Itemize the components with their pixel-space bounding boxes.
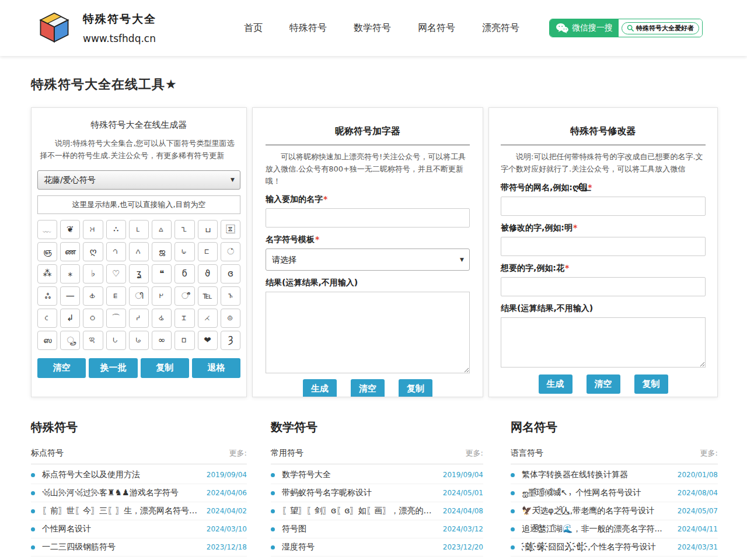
symbol-cell[interactable]: — — [60, 286, 80, 306]
symbol-cell[interactable]: ♡ — [106, 264, 126, 284]
symbol-cell[interactable]: 𑀜 — [221, 286, 240, 306]
list-item[interactable]: 带蚂蚁符号名字昵称设计 2024/05/01 — [271, 484, 483, 502]
article-link[interactable]: 一二三四级钢筋符号 — [42, 542, 201, 552]
symbol-cell[interactable]: ఇ — [83, 331, 103, 350]
generator-result-box[interactable]: 这里显示结果,也可以直接输入,目前为空 — [37, 195, 240, 214]
symbol-cell[interactable]: 𑀧 — [106, 331, 126, 350]
symbol-cell[interactable]: ஜ — [152, 242, 172, 261]
list-item[interactable]: 标点符号大全以及使用方法 2019/09/04 — [31, 466, 247, 484]
next-batch-button[interactable]: 换一批 — [89, 358, 137, 378]
generate-button[interactable]: 生成 — [539, 374, 573, 394]
list-item[interactable]: 湿度符号 2023/12/20 — [271, 538, 483, 556]
clear-button[interactable]: 清空 — [351, 379, 385, 397]
symbol-cell[interactable]: ↲ — [60, 309, 80, 328]
symbol-cell[interactable]: 𑀇 — [106, 220, 126, 239]
symbol-cell[interactable]: ❦ — [60, 220, 80, 239]
article-link[interactable]: ஐ墨᭄瑶᭄倾᭄城᭄↖，个性网名符号设计 — [522, 488, 672, 498]
char-from-input[interactable] — [501, 237, 706, 256]
symbol-cell[interactable]: 𑀅 — [83, 220, 103, 239]
article-link[interactable]: 〖前〗世〖今〗三〖〗生，漂亮网名符号设计 — [42, 506, 201, 516]
list-item[interactable]: 〖前〗世〖今〗三〖〗生，漂亮网名符号设计 2024/04/02 — [31, 502, 247, 520]
generate-button[interactable]: 生成 — [303, 379, 337, 397]
article-link[interactable]: 标点符号大全以及使用方法 — [42, 470, 201, 480]
backspace-button[interactable]: 退格 — [192, 358, 240, 378]
symbol-cell[interactable]: 𑀏 — [152, 220, 172, 239]
name-input[interactable] — [266, 208, 470, 228]
article-link[interactable]: 数学符号大全 — [282, 470, 437, 480]
article-link[interactable]: 个性网名设计 — [42, 524, 201, 534]
char-to-input[interactable] — [501, 277, 706, 296]
list-item[interactable]: 个性网名设计 2024/03/10 — [31, 520, 247, 538]
clear-button[interactable]: 清空 — [37, 358, 86, 378]
symbol-cell[interactable]: ℡ — [198, 286, 218, 306]
symbol-cell[interactable]: 𑀝 — [37, 309, 57, 328]
symbol-cell[interactable]: ❤ — [198, 331, 218, 350]
more-link[interactable]: 更多: — [466, 448, 483, 459]
nav-item-home[interactable]: 首页 — [244, 22, 263, 34]
symbol-cell[interactable]: ⁎ — [60, 264, 80, 284]
article-link[interactable]: 繁体字转换器在线转换计算器 — [522, 470, 672, 480]
symbol-cell[interactable]: 𑀩 — [174, 331, 194, 350]
source-name-input[interactable] — [501, 197, 706, 216]
symbol-cell[interactable]: 𑀨 — [129, 331, 149, 350]
list-item[interactable]: ҉随҉缘҉囧囧入҉世҉,个性名字符号设计 2024/03/31 — [511, 538, 718, 556]
symbol-cell[interactable]: ❝ — [152, 264, 172, 284]
symbol-cell[interactable]: ஃ — [37, 286, 57, 306]
list-item[interactable]: 一二三四级钢筋符号 2023/12/18 — [31, 538, 247, 556]
symbol-cell[interactable]: 𑀑 — [174, 220, 194, 239]
symbol-cell[interactable]: 𑀖 — [174, 242, 194, 261]
modifier-result-textarea[interactable] — [501, 317, 706, 368]
section-subtitle[interactable]: 语言符号 — [511, 448, 543, 459]
symbol-cell[interactable]: 𑀚 — [106, 286, 126, 306]
symbol-cell[interactable]: 𑀢 — [198, 309, 218, 328]
article-link[interactable]: 🦅天᭄选φ之᭄人ꦿ,带老鹰的名字符号设计 — [522, 506, 672, 516]
symbol-cell[interactable]: ⌒ — [106, 309, 126, 328]
nav-item-nickname-symbols[interactable]: 网名符号 — [418, 22, 455, 34]
list-item[interactable]: 繁体字转换器在线转换计算器 2020/01/08 — [511, 466, 718, 484]
symbol-cell[interactable]: ஸ — [37, 331, 57, 350]
copy-button[interactable]: 复制 — [634, 374, 668, 394]
copy-button[interactable]: 复制 — [399, 379, 432, 397]
more-link[interactable]: 更多: — [700, 448, 718, 459]
symbol-cell[interactable]: 𑀕 — [129, 242, 149, 261]
more-link[interactable]: 更多: — [229, 448, 247, 459]
clear-button[interactable]: 清空 — [587, 374, 620, 394]
list-item[interactable]: ꧁山꧂河꧁过꧂客♜♞♟游戏名字符号 2024/04/06 — [31, 484, 247, 502]
category-select[interactable]: 花藤/爱心符号 — [37, 170, 240, 190]
symbol-cell[interactable]: ப — [198, 220, 218, 239]
symbol-cell[interactable]: 𑀠 — [152, 309, 172, 328]
section-subtitle[interactable]: 标点符号 — [31, 448, 64, 459]
symbol-cell[interactable]: 𑀙 — [83, 286, 103, 306]
list-item[interactable]: 🦅天᭄选φ之᭄人ꦿ,带老鹰的名字符号设计 2024/05/07 — [511, 502, 718, 520]
symbol-cell[interactable]: ீ — [174, 286, 194, 306]
list-item[interactable]: 数学符号大全 2019/09/04 — [271, 466, 483, 484]
list-item[interactable]: 〖望〗〖剑〗ɞ〖ɞ〗如〖画〗，漂亮的名字符号 2024/04/08 — [271, 502, 483, 520]
adder-result-textarea[interactable] — [266, 292, 470, 373]
wechat-search-button[interactable]: 微信搜一搜 — [550, 19, 619, 37]
symbol-cell[interactable]: ϑ — [198, 264, 218, 284]
article-link[interactable]: 湿度符号 — [282, 542, 437, 552]
article-link[interactable]: 符号图 — [282, 524, 437, 534]
copy-button[interactable]: 复制 — [141, 358, 189, 378]
article-link[interactable]: 带蚂蚁符号名字昵称设计 — [282, 488, 437, 498]
symbol-cell[interactable]: 𑀣 — [221, 309, 240, 328]
symbol-cell[interactable]: ϭ — [174, 264, 194, 284]
symbol-cell[interactable]: 𑀡 — [174, 309, 194, 328]
symbol-cell[interactable]: 𑀃 — [221, 220, 240, 239]
symbol-cell[interactable]: 𑀉 — [129, 220, 149, 239]
symbol-cell[interactable]: Ȝ — [221, 331, 240, 350]
list-item[interactable]: 符号图 2024/03/12 — [271, 520, 483, 538]
symbol-cell[interactable]: 𑀞 — [83, 309, 103, 328]
nav-item-special-symbols[interactable]: 特殊符号 — [289, 22, 327, 34]
symbol-cell[interactable]: ﹏ — [37, 220, 57, 239]
symbol-cell[interactable]: ி — [129, 286, 149, 306]
article-link[interactable]: 追逐᭄梦ꦿ江᭄湖🌊，非一般的漂亮名字符... — [522, 524, 672, 534]
symbol-cell[interactable]: ூ — [60, 331, 80, 350]
article-link[interactable]: ꧁山꧂河꧁过꧂客♜♞♟游戏名字符号 — [42, 488, 201, 498]
symbol-cell[interactable]: 𑀛 — [152, 286, 172, 306]
symbol-cell[interactable]: ் — [221, 242, 240, 261]
site-logo[interactable] — [37, 11, 71, 45]
article-link[interactable]: 〖望〗〖剑〗ɞ〖ɞ〗如〖画〗，漂亮的名字符号 — [282, 506, 437, 516]
symbol-cell[interactable]: ɞ — [221, 264, 240, 284]
list-item[interactable]: 追逐᭄梦ꦿ江᭄湖🌊，非一般的漂亮名字符... 2024/04/11 — [511, 520, 718, 538]
